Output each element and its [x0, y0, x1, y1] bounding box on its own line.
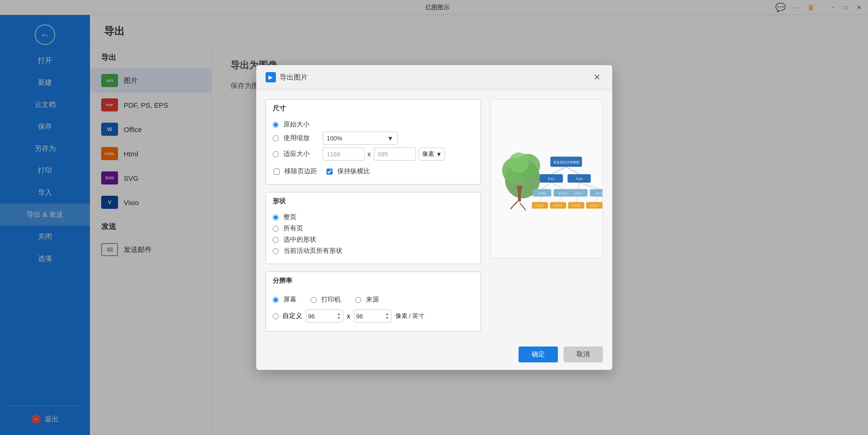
svg-line-16 — [542, 183, 551, 189]
svg-text:子节点A: 子节点A — [537, 192, 546, 195]
size-section: 尺寸 原始大小 使用缩放 100% ▼ — [266, 99, 481, 184]
original-size-radio[interactable] — [273, 122, 279, 128]
printer-radio[interactable] — [311, 297, 317, 303]
shape-content: 整页 所有页 选中的形状 当前活动页所有形状 — [266, 207, 481, 264]
active-shapes-label: 当前活动页所有形状 — [283, 247, 342, 255]
size-content: 原始大小 使用缩放 100% ▼ — [266, 115, 481, 184]
custom-res-row: 自定义 96 ▲▼ x 96 ▲▼ — [273, 310, 474, 323]
width-spin-arrows[interactable]: ▲▼ — [337, 312, 341, 320]
dialog-title-icon: ▶ — [266, 72, 276, 82]
active-shapes-row: 当前活动页所有形状 — [273, 247, 474, 255]
svg-point-3 — [508, 152, 529, 173]
modal-overlay: ▶ 导出图片 ✕ 尺寸 原始大小 — [0, 0, 868, 435]
screen-label: 屏幕 — [283, 295, 297, 304]
original-size-row: 原始大小 — [273, 120, 474, 129]
resolution-content: 屏幕 打印机 来源 — [266, 287, 481, 331]
export-dialog: ▶ 导出图片 ✕ 尺寸 原始大小 — [256, 65, 612, 370]
zoom-select[interactable]: 100% ▼ — [323, 132, 398, 145]
active-shapes-radio[interactable] — [273, 248, 279, 254]
keep-ratio-row: 保持纵横比 — [326, 167, 370, 176]
resolution-label: 分辨率 — [266, 272, 481, 287]
source-res-row: 来源 — [355, 295, 379, 304]
res-unit: 像素 / 英寸 — [395, 312, 425, 320]
cancel-button[interactable]: 取消 — [564, 347, 603, 362]
svg-text:子节点D: 子节点D — [594, 192, 602, 195]
printer-res-row: 打印机 — [311, 295, 341, 304]
adapt-size-label: 适应大小 — [283, 150, 310, 158]
zoom-select-container: 100% ▼ — [323, 132, 398, 145]
keep-ratio-checkbox[interactable] — [326, 169, 333, 175]
custom-res-radio[interactable] — [273, 313, 279, 319]
preview-image: 某某组织决策树图 节点1 节点2 子节点A 子节点B — [490, 99, 603, 258]
height-spin-arrows[interactable]: ▲▼ — [386, 312, 389, 320]
modal-preview: 某某组织决策树图 节点1 节点2 子节点A 子节点B — [490, 99, 603, 332]
svg-line-34 — [576, 197, 578, 202]
svg-line-32 — [540, 197, 542, 202]
x-separator: x — [368, 150, 371, 158]
modal-header: ▶ 导出图片 ✕ — [256, 65, 612, 90]
printer-label: 打印机 — [321, 295, 341, 304]
margin-ratio-row: 移除页边距 保持纵横比 — [273, 164, 474, 178]
source-radio[interactable] — [355, 297, 361, 303]
shape-label: 形状 — [266, 192, 481, 207]
svg-line-22 — [578, 183, 579, 189]
adapt-size-row: 适应大小 x 像素 ▼ — [273, 147, 474, 161]
selected-shapes-row: 选中的形状 — [273, 236, 474, 244]
zoom-size-radio[interactable] — [273, 135, 279, 141]
svg-text:叶节点1: 叶节点1 — [535, 205, 544, 207]
adapt-size-radio[interactable] — [273, 151, 279, 157]
svg-text:节点1: 节点1 — [548, 177, 555, 180]
custom-width-input[interactable]: 96 ▲▼ — [306, 310, 343, 323]
width-input[interactable] — [323, 147, 365, 161]
keep-ratio-label: 保持纵横比 — [337, 167, 370, 176]
svg-text:子节点B: 子节点B — [558, 192, 567, 195]
svg-text:节点2: 节点2 — [575, 177, 582, 180]
svg-line-10 — [551, 167, 566, 174]
all-pages-radio[interactable] — [273, 226, 279, 232]
zoom-size-label: 使用缩放 — [283, 134, 310, 142]
selected-radio[interactable] — [273, 237, 279, 243]
modal-footer: 确定 取消 — [256, 341, 612, 370]
resolution-radios: 屏幕 打印机 来源 — [273, 293, 474, 307]
whole-page-label: 整页 — [283, 213, 297, 221]
modal-body: 尺寸 原始大小 使用缩放 100% ▼ — [256, 90, 612, 341]
whole-page-row: 整页 — [273, 213, 474, 221]
unit-arrow: ▼ — [436, 151, 442, 158]
screen-radio[interactable] — [273, 297, 279, 303]
resolution-section: 分辨率 屏幕 打印机 — [266, 272, 481, 332]
zoom-select-arrow: ▼ — [387, 135, 393, 142]
svg-line-35 — [594, 197, 599, 202]
custom-height-input[interactable]: 96 ▲▼ — [354, 310, 392, 323]
screen-res-row: 屏幕 — [273, 295, 297, 304]
size-label: 尺寸 — [266, 100, 481, 115]
svg-line-11 — [566, 167, 579, 174]
height-input[interactable] — [374, 147, 416, 161]
whole-page-radio[interactable] — [273, 214, 279, 221]
remove-margin-label: 移除页边距 — [284, 167, 317, 176]
confirm-button[interactable]: 确定 — [519, 347, 558, 362]
modal-title: ▶ 导出图片 — [266, 72, 308, 82]
svg-text:叶节点4: 叶节点4 — [590, 205, 598, 207]
zoom-size-row: 使用缩放 100% ▼ — [273, 132, 474, 145]
source-label: 来源 — [366, 295, 379, 304]
remove-margin-row: 移除页边距 — [274, 167, 317, 176]
remove-margin-checkbox[interactable] — [274, 169, 280, 175]
svg-text:某某组织决策树图: 某某组织决策树图 — [553, 161, 579, 164]
all-pages-row: 所有页 — [273, 224, 474, 233]
tree-diagram-svg: 某某组织决策树图 节点1 节点2 子节点A 子节点B — [491, 100, 602, 258]
svg-line-23 — [579, 183, 599, 189]
res-x-separator: x — [347, 312, 350, 320]
svg-text:叶节点2: 叶节点2 — [553, 205, 562, 207]
adapt-size-inputs: x 像素 ▼ — [323, 147, 445, 161]
shape-section: 形状 整页 所有页 选中的形状 — [266, 192, 481, 264]
original-size-label: 原始大小 — [283, 120, 310, 129]
unit-select[interactable]: 像素 ▼ — [419, 147, 445, 161]
modal-close-button[interactable]: ✕ — [592, 72, 603, 83]
all-pages-label: 所有页 — [283, 224, 303, 233]
svg-line-33 — [557, 197, 563, 202]
svg-line-17 — [551, 183, 563, 189]
selected-label: 选中的形状 — [283, 236, 316, 244]
modal-settings: 尺寸 原始大小 使用缩放 100% ▼ — [266, 99, 481, 332]
svg-text:子节点C: 子节点C — [573, 192, 582, 195]
svg-text:叶节点3: 叶节点3 — [571, 205, 580, 207]
